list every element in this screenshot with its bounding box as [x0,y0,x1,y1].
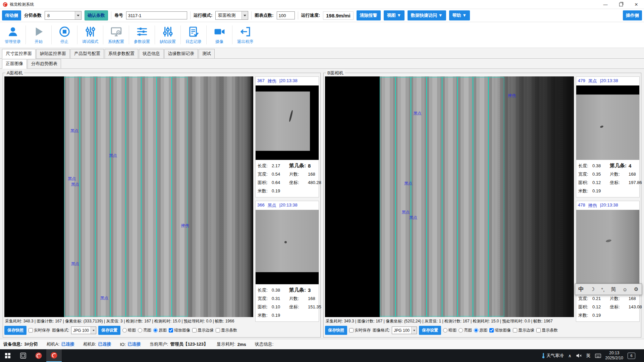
clear-alarm-button[interactable]: 清除报警 [357,10,381,20]
main-tab-7[interactable]: 测试 [199,49,215,58]
main-tab-1[interactable]: 尺寸监控界面 [2,49,36,59]
admin-login-button[interactable]: 管理登录 [3,25,22,45]
bright-image-radio-input[interactable] [459,328,463,333]
defect-panel-479[interactable]: 479黑点|20:13:38长度:0.38第几条:4宽度:0.35片数:168面… [576,76,640,197]
dark-image-radio-input[interactable] [122,328,127,333]
param-settings-button[interactable]: 参数设置 [132,25,151,45]
clock[interactable]: 20:13 2025/2/10 [605,351,623,361]
strip-edge-line [79,77,80,316]
bright-image-radio[interactable]: 亮图 [459,327,472,333]
exit-program-button[interactable]: 退出程序 [236,25,255,45]
show-count-checkbox[interactable]: 显示条数 [536,327,558,333]
original-image-radio-input[interactable] [474,328,478,333]
defect-time: |20:13:38 [279,202,298,208]
defect-type: 挫伤 [268,78,276,84]
defect-stats: 长度:0.38第几条:3宽度:0.31片数:168面积:0.10坐标:151.3… [256,284,319,321]
defect-panel-366[interactable]: 366黑点|20:13:38长度:0.38第几条:3宽度:0.31片数:168面… [255,201,319,322]
main-tab-5[interactable]: 状态信息 [139,49,164,58]
chart-points-input[interactable] [277,11,295,19]
ime-settings-icon[interactable]: ⚙ [634,286,638,292]
weather-widget[interactable]: 天气寒冷 [542,353,564,359]
image-subtab-1[interactable]: 正面图像 [2,59,27,69]
system-config-button[interactable]: 系统配置 [107,25,125,45]
ime-emoji-icon[interactable]: ☺ [623,287,628,292]
io-connected-badge: 已连接 [128,341,141,347]
dark-image-radio[interactable]: 暗图 [122,327,136,333]
show-count-checkbox-input[interactable] [536,328,541,333]
zoom-image-checkbox-input[interactable] [169,328,173,333]
ime-lang-toggle[interactable]: 中 [579,286,584,293]
camera-b-connected-badge: 已连接 [98,341,111,347]
save-snapshot-button[interactable]: 保存快照 [325,326,347,335]
main-tab-2[interactable]: 缺陷监控界面 [36,49,70,58]
stop-button[interactable]: 停止 [55,25,74,45]
tray-expand-chevron[interactable]: ∧ [568,353,572,358]
operate-side-button[interactable]: 操作侧 [623,10,642,20]
capture-button[interactable]: 摄像 [210,25,229,45]
maximize-button[interactable] [613,0,629,9]
slit-count-select[interactable]: 8 [45,11,82,20]
main-tab-4[interactable]: 系统参数配置 [105,49,138,58]
show-count-checkbox-input[interactable] [216,328,220,333]
image-subtab-2[interactable]: 分布趋势图表 [28,59,61,68]
minimize-button[interactable]: — [598,0,613,9]
defect-header[interactable]: 366黑点|20:13:38 [256,201,319,210]
show-count-checkbox[interactable]: 显示条数 [216,327,237,333]
dark-image-radio-input[interactable] [443,328,447,333]
main-tab-6[interactable]: 边缘数据记录 [164,49,198,58]
zoom-image-checkbox-input[interactable] [489,328,494,333]
defect-header[interactable]: 478挫伤|20:13:38 [576,201,639,210]
realtime-save-checkbox-input[interactable] [29,328,33,333]
confirm-count-button[interactable]: 确认条数 [85,10,108,20]
defect-annotation: 挫伤 [508,93,516,99]
show-edge-checkbox-input[interactable] [513,328,517,333]
drive-side-button[interactable]: 传动侧 [2,10,21,20]
show-edge-checkbox[interactable]: 显示边缘 [192,327,214,333]
main-tab-3[interactable]: 产品型号配置 [70,49,104,58]
original-image-radio[interactable]: 原图 [153,327,167,333]
roll-number-input[interactable] [126,11,187,19]
data-shortcut-menu-button[interactable]: 数据快捷访问 ▼ [408,10,446,20]
show-edge-checkbox[interactable]: 显示边缘 [513,327,534,333]
defect-settings-button[interactable]: 缺陷设置 [158,25,177,45]
taskbar-app-2-active[interactable] [46,349,62,362]
defect-thumbnail [576,85,639,160]
image-format-select[interactable]: JPG 100 [71,326,96,334]
view-menu-button[interactable]: 视图 ▼ [384,10,405,20]
ime-moon-icon[interactable]: ☽ [590,286,595,292]
save-settings-button[interactable]: 保存设置 [98,326,120,335]
notification-badge[interactable]: 6 [628,353,635,359]
start-button[interactable] [0,349,15,362]
defect-panel-367[interactable]: 367挫伤|20:13:38长度:2.17第几条:8宽度:0.54片数:168面… [255,76,319,197]
defect-panel-478[interactable]: 478挫伤|20:13:38长度:0.57第几条:3宽度:0.21片数:168面… [576,201,640,322]
save-settings-button[interactable]: 保存设置 [419,326,441,335]
realtime-save-checkbox[interactable]: 实时保存 [29,327,50,333]
bright-image-radio[interactable]: 亮图 [138,327,151,333]
help-menu-button[interactable]: 帮助 ▼ [449,10,470,20]
zoom-image-checkbox[interactable]: 缩放图像 [169,327,190,333]
run-mode-select[interactable]: 双面检测 [215,11,248,20]
volume-muted-icon[interactable] [576,353,582,358]
task-view-button[interactable] [15,349,31,362]
close-button[interactable]: ✕ [629,0,644,9]
ime-simplified-toggle[interactable]: 简 [611,286,616,293]
dark-image-radio[interactable]: 暗图 [443,327,457,333]
bright-image-radio-input[interactable] [138,328,142,333]
realtime-save-checkbox[interactable]: 实时保存 [349,327,371,333]
original-image-radio-input[interactable] [153,328,158,333]
image-format-select[interactable]: JPG 100 [392,326,417,334]
realtime-save-checkbox-input[interactable] [349,328,354,333]
ime-language-indicator[interactable]: 英 [586,353,591,359]
start-button[interactable]: 开始 [29,25,48,45]
log-record-button[interactable]: 日志记录 [184,25,203,45]
debug-mode-button[interactable]: 调试模式 [81,25,100,45]
keyboard-icon[interactable] [595,354,601,358]
defect-header[interactable]: 367挫伤|20:13:38 [256,77,319,85]
save-snapshot-button[interactable]: 保存快照 [4,326,26,335]
show-edge-checkbox-input[interactable] [192,328,197,333]
zoom-image-checkbox[interactable]: 缩放图像 [489,327,511,333]
defect-header[interactable]: 479黑点|20:13:38 [576,77,639,85]
taskbar-app-1[interactable] [31,349,46,362]
ime-punctuation-icon[interactable]: °, [601,287,604,292]
original-image-radio[interactable]: 原图 [474,327,487,333]
